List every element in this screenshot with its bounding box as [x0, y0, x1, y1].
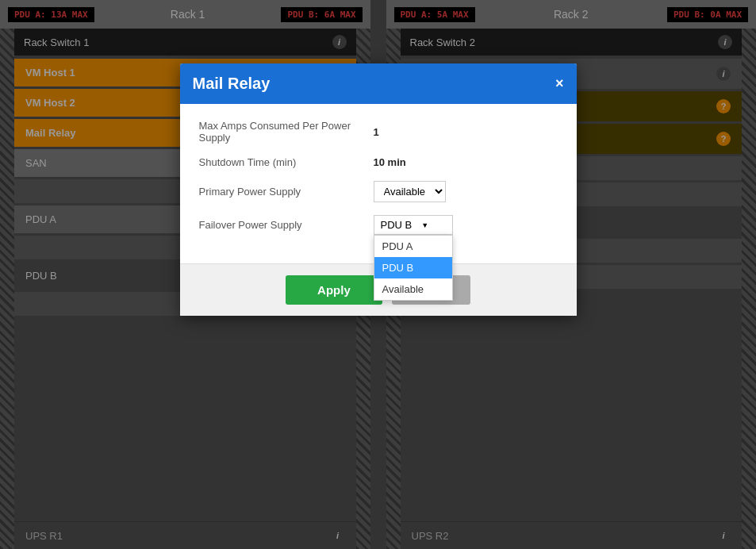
failover-power-label: Failover Power Supply: [199, 219, 374, 231]
primary-power-select[interactable]: Available PDU A PDU B: [374, 181, 446, 202]
primary-power-row: Primary Power Supply Available PDU A PDU…: [199, 181, 558, 202]
modal-dialog: Mail Relay × Max Amps Consumed Per Power…: [180, 63, 577, 316]
modal-title: Mail Relay: [193, 75, 271, 93]
failover-option-pdu-a[interactable]: PDU A: [374, 236, 452, 257]
shutdown-time-row: Shutdown Time (min) 10 min: [199, 156, 558, 168]
modal-overlay: Mail Relay × Max Amps Consumed Per Power…: [0, 0, 756, 549]
max-amps-value: 1: [374, 126, 379, 138]
failover-dropdown-container: PDU B PDU A PDU B Available: [374, 215, 453, 235]
failover-dropdown-selected[interactable]: PDU B: [374, 215, 453, 235]
failover-option-available[interactable]: Available: [374, 278, 452, 300]
primary-power-label: Primary Power Supply: [199, 186, 374, 198]
main-container: PDU A: 13A MAX Rack 1 PDU B: 6A MAX Rack…: [0, 0, 756, 549]
failover-dropdown-value: PDU B: [381, 219, 413, 231]
failover-option-pdu-b[interactable]: PDU B: [374, 257, 452, 278]
modal-close-button[interactable]: ×: [555, 75, 564, 92]
failover-dropdown-menu: PDU A PDU B Available: [374, 235, 453, 301]
modal-header: Mail Relay ×: [180, 63, 577, 104]
shutdown-time-label: Shutdown Time (min): [199, 156, 374, 168]
max-amps-row: Max Amps Consumed Per Power Supply 1: [199, 120, 558, 144]
failover-power-row: Failover Power Supply PDU B PDU A PDU B …: [199, 215, 558, 235]
apply-button[interactable]: Apply: [286, 275, 382, 305]
modal-body: Max Amps Consumed Per Power Supply 1 Shu…: [180, 104, 577, 263]
shutdown-time-value: 10 min: [374, 156, 406, 168]
max-amps-label: Max Amps Consumed Per Power Supply: [199, 120, 374, 144]
